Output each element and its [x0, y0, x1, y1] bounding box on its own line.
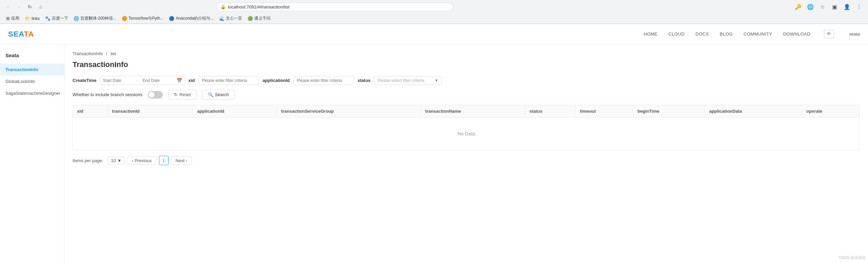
app-logo: SEATA — [8, 30, 34, 39]
menu-icon[interactable]: ⋮ — [854, 2, 864, 12]
chevron-down-icon: ▼ — [435, 79, 438, 82]
previous-button[interactable]: ‹ Previous — [127, 156, 156, 165]
col-transaction-name: transactionName — [421, 105, 525, 117]
content-area: TransactionInfo / list TransactionInfo C… — [64, 44, 868, 263]
previous-label: Previous — [135, 158, 152, 163]
bookmark-item[interactable]: 🟢通义千问 — [245, 15, 273, 22]
start-date-input[interactable] — [100, 76, 134, 85]
breadcrumb-current: list — [111, 51, 116, 56]
date-range-picker[interactable]: → 📅 — [100, 76, 185, 85]
next-button[interactable]: Next › — [171, 156, 192, 165]
profile-icon[interactable]: 👤 — [842, 2, 852, 12]
browser-actions: 🔑 🌐 ☆ ▣ 👤 ⋮ — [793, 2, 864, 12]
app-nav: HOME CLOUD DOCS BLOG COMMUNITY DOWNLOAD … — [644, 30, 860, 38]
application-id-label: applicationId — [262, 78, 290, 83]
bookmark-item[interactable]: 🌐百度翻译-200种语... — [72, 15, 118, 22]
col-application-data: applicationData — [705, 105, 802, 117]
nav-download[interactable]: DOWNLOAD — [783, 30, 811, 38]
forward-button[interactable]: → — [15, 3, 23, 11]
extensions-icon[interactable]: ▣ — [830, 2, 840, 12]
bookmark-icon[interactable]: ☆ — [818, 2, 827, 12]
bookmark-favicon: 📁 — [25, 16, 30, 21]
app-header: SEATA HOME CLOUD DOCS BLOG COMMUNITY DOW… — [0, 24, 868, 44]
xid-input[interactable] — [198, 76, 259, 85]
password-manager-icon[interactable]: 🔑 — [793, 2, 803, 12]
no-data-row: No Data — [73, 117, 860, 150]
branch-sessions-toggle[interactable] — [148, 91, 163, 98]
per-page-chevron-icon: ▼ — [117, 158, 122, 163]
bookmark-label: links — [32, 16, 40, 21]
logo-ta: TA — [24, 30, 34, 38]
bookmark-favicon: 🌐 — [74, 16, 79, 21]
nav-blog[interactable]: BLOG — [720, 30, 733, 38]
user-label: seata — [849, 31, 860, 37]
sidebar-item-transaction[interactable]: TransactionInfo — [0, 64, 64, 75]
chevron-left-icon: ‹ — [132, 158, 133, 163]
url-text: localhost:7091/#/transaction/list — [228, 4, 289, 9]
calendar-icon[interactable]: 📅 — [174, 76, 185, 85]
status-select[interactable]: Please select filter criteria ▼ — [374, 76, 442, 85]
breadcrumb-parent[interactable]: TransactionInfo — [73, 51, 103, 56]
col-operate: operate — [802, 105, 860, 117]
translate-icon[interactable]: 🌐 — [806, 2, 815, 12]
col-begin-time: beginTime — [633, 105, 705, 117]
back-button[interactable]: ← — [4, 3, 12, 11]
bookmark-label: 应用 — [11, 16, 19, 21]
bookmark-favicon: 🔵 — [169, 16, 174, 21]
reset-button[interactable]: ↻ Reset — [168, 90, 197, 100]
search-icon: 🔍 — [208, 92, 213, 97]
branch-sessions-label: Whether to include branch sessions — [73, 92, 142, 97]
table-header-row: xid transactionId applicationId transact… — [73, 105, 860, 117]
nav-cloud[interactable]: CLOUD — [668, 30, 685, 38]
bookmark-item[interactable]: 🌊文心一言 — [217, 15, 244, 22]
home-button[interactable]: ⌂ — [37, 3, 45, 11]
bookmark-favicon: ⊞ — [6, 16, 10, 21]
col-application-id: applicationId — [193, 105, 277, 117]
sidebar-item-saga[interactable]: SagaStatemachineDesigner — [0, 87, 64, 99]
col-xid: xid — [73, 105, 108, 117]
toggle-row: Whether to include branch sessions ↻ Res… — [73, 90, 860, 100]
data-table: xid transactionId applicationId transact… — [73, 105, 860, 150]
address-bar[interactable]: 🔒 localhost:7091/#/transaction/list — [216, 3, 453, 11]
browser-chrome: ← → ↻ ⌂ 🔒 localhost:7091/#/transaction/l… — [0, 0, 868, 24]
browser-toolbar: ← → ↻ ⌂ 🔒 localhost:7091/#/transaction/l… — [0, 0, 868, 14]
bookmark-item[interactable]: 🟠Tensorflow与Pyth... — [120, 15, 165, 22]
toggle-knob — [149, 92, 155, 98]
reload-button[interactable]: ↻ — [26, 3, 34, 11]
bookmarks-bar: ⊞应用📁links🐾百度一下🌐百度翻译-200种语...🟠Tensorflow与… — [0, 14, 868, 24]
bookmark-label: Anaconda的介绍与... — [176, 16, 214, 21]
no-data-cell: No Data — [73, 117, 860, 150]
nav-home[interactable]: HOME — [644, 30, 657, 38]
bookmark-favicon: 🌊 — [219, 16, 224, 21]
status-label: status — [358, 78, 371, 83]
sidebar-item-globallock[interactable]: GlobalLockInfo — [0, 75, 64, 87]
chevron-right-icon: › — [186, 158, 187, 163]
nav-docs[interactable]: DOCS — [695, 30, 709, 38]
sidebar: Seata TransactionInfo GlobalLockInfo Sag… — [0, 44, 64, 263]
date-separator: → — [134, 78, 140, 83]
page-title: TransactionInfo — [73, 60, 860, 69]
items-per-page-label: Items per page: — [73, 158, 103, 163]
page-number[interactable]: 1 — [159, 156, 169, 165]
lock-icon: 🔒 — [220, 4, 226, 9]
bookmark-item[interactable]: 🐾百度一下 — [43, 15, 70, 22]
bookmark-favicon: 🟢 — [248, 16, 253, 21]
bookmark-label: 百度一下 — [52, 16, 68, 21]
col-status: status — [525, 105, 576, 117]
col-transaction-id: transactionId — [108, 105, 193, 117]
bookmark-item[interactable]: 🔵Anaconda的介绍与... — [167, 15, 216, 22]
bookmark-item[interactable]: ⊞应用 — [4, 15, 21, 22]
end-date-input[interactable] — [140, 76, 174, 85]
bookmark-label: Tensorflow与Pyth... — [129, 16, 163, 21]
application-id-input[interactable] — [293, 76, 354, 85]
nav-community[interactable]: COMMUNITY — [744, 30, 772, 38]
search-button[interactable]: 🔍 Search — [202, 90, 235, 100]
bookmark-label: 通义千问 — [254, 16, 271, 21]
logo-text: SEA — [8, 30, 24, 38]
table-body: No Data — [73, 117, 860, 150]
pagination-row: Items per page: 10 ▼ ‹ Previous 1 Next › — [73, 156, 860, 165]
reset-icon: ↻ — [174, 92, 178, 97]
per-page-select[interactable]: 10 ▼ — [108, 157, 124, 165]
lang-button[interactable]: 中 — [824, 30, 834, 38]
bookmark-item[interactable]: 📁links — [23, 15, 42, 22]
